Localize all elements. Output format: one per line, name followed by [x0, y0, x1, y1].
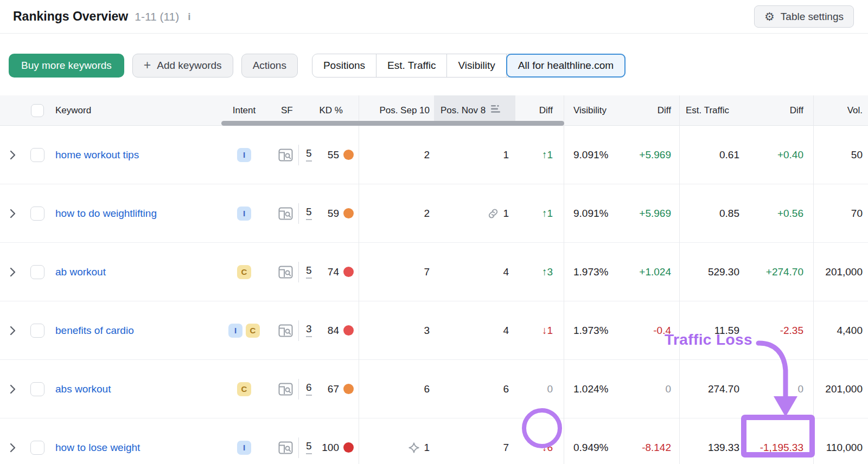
col-header-diff-traffic[interactable]: Diff [746, 95, 813, 125]
serp-features-icon[interactable] [278, 383, 293, 396]
est-traffic-value: 529.30 [708, 266, 739, 278]
sf-count[interactable]: 5 [306, 265, 312, 279]
serp-features-icon[interactable] [278, 324, 293, 337]
expand-chevron-icon[interactable] [10, 267, 16, 277]
keyword-link[interactable]: ab workout [55, 266, 106, 278]
row-checkbox[interactable] [30, 207, 44, 221]
kd-dot [343, 267, 354, 277]
pos-prev-cell: 2 [359, 184, 434, 242]
header-expander-spacer [0, 95, 25, 125]
checkbox-cell [25, 360, 50, 418]
sf-count[interactable]: 5 [306, 207, 312, 220]
row-checkbox[interactable] [30, 382, 44, 396]
row-checkbox[interactable] [30, 441, 44, 455]
table-row: home workout tips I 5 55 [0, 126, 868, 184]
toolbar: Buy more keywords + Add keywords Actions… [9, 54, 855, 78]
kd-dot [343, 150, 354, 160]
visibility-diff-value: +5.969 [639, 149, 671, 161]
select-all-checkbox-cell [25, 95, 50, 125]
intent-badge-commercial: C [246, 324, 260, 338]
pos-prev-cell: 6 [359, 360, 434, 418]
select-all-checkbox[interactable] [31, 104, 44, 117]
keyword-link[interactable]: abs workout [55, 383, 111, 395]
keyword-link[interactable]: benefits of cardio [55, 325, 134, 337]
intent-badge-commercial: C [237, 265, 251, 279]
keyword-link[interactable]: how to lose weight [55, 442, 140, 454]
pos-new-cell: 7 [434, 418, 515, 464]
horizontal-scrollbar[interactable] [221, 121, 564, 126]
expand-chevron-icon[interactable] [10, 384, 16, 394]
serp-features-icon[interactable] [278, 207, 293, 220]
serp-features-icon[interactable] [278, 149, 293, 162]
est-traffic-cell: 529.30 [679, 243, 746, 301]
tab-visibility[interactable]: Visibility [447, 54, 506, 77]
volume-value: 201,000 [825, 383, 863, 395]
link-icon [487, 208, 499, 220]
visibility-cell: 1.024% [564, 360, 624, 418]
col-header-pos-new-label: Pos. Nov 8 [441, 105, 486, 116]
table-settings-button[interactable]: ⚙ Table settings [754, 5, 854, 28]
tab-est-traffic[interactable]: Est. Traffic [376, 54, 447, 77]
checkbox-cell [25, 301, 50, 359]
visibility-value: 0.949% [573, 442, 608, 454]
info-icon[interactable]: i [188, 11, 190, 23]
sf-count[interactable]: 5 [306, 441, 312, 454]
expand-chevron-icon[interactable] [10, 443, 16, 453]
est-traffic-diff-value: +0.40 [777, 149, 803, 161]
pos-new-cell: 4 [434, 243, 515, 301]
expander-cell [0, 126, 25, 184]
pos-prev-value: 6 [424, 383, 430, 395]
add-keywords-button[interactable]: + Add keywords [132, 54, 233, 78]
expand-chevron-icon[interactable] [10, 326, 16, 336]
serp-features-cell: 5 [266, 243, 317, 301]
sf-count[interactable]: 6 [306, 382, 312, 396]
col-header-diff-visibility[interactable]: Diff [624, 95, 679, 125]
buy-more-keywords-button[interactable]: Buy more keywords [9, 54, 124, 78]
page-header: Rankings Overview 1-11 (11) i ⚙ Table se… [0, 0, 868, 34]
gear-icon: ⚙ [764, 11, 775, 22]
row-checkbox[interactable] [30, 265, 44, 279]
serp-features-icon[interactable] [278, 441, 293, 454]
tab-all-for-domain[interactable]: All for healthline.com [506, 54, 626, 78]
row-checkbox[interactable] [30, 324, 44, 338]
pos-new-cell: 4 [434, 301, 515, 359]
pos-diff-cell: ↓1 [515, 301, 564, 359]
visibility-diff-cell: -0.4 [624, 301, 679, 359]
checkbox-cell [25, 184, 50, 242]
kd-value: 55 [328, 149, 339, 161]
est-traffic-diff-value: -2.35 [780, 325, 803, 337]
divider [298, 437, 299, 458]
tab-positions[interactable]: Positions [312, 54, 376, 77]
intent-badge-informational: I [237, 441, 251, 455]
sf-count[interactable]: 3 [306, 324, 312, 337]
visibility-diff-value: +1.024 [639, 266, 671, 278]
serp-features-icon[interactable] [278, 266, 293, 279]
pos-prev-value: 2 [424, 149, 430, 161]
serp-features-cell: 5 [266, 418, 317, 464]
pos-new-value: 1 [503, 149, 509, 161]
row-checkbox[interactable] [30, 148, 44, 162]
divider [298, 203, 299, 224]
keyword-link[interactable]: home workout tips [55, 149, 139, 161]
expand-chevron-icon[interactable] [10, 209, 16, 218]
kd-value: 59 [328, 208, 339, 220]
col-header-keyword[interactable]: Keyword [50, 95, 222, 125]
expand-chevron-icon[interactable] [10, 150, 16, 160]
col-header-volume[interactable]: Vol. [813, 95, 868, 125]
keyword-cell: ab workout [50, 243, 222, 301]
keyword-cell: how to lose weight [50, 418, 222, 464]
table-row: ab workout C 5 74 [0, 243, 868, 301]
col-header-est-traffic[interactable]: Est. Traffic [679, 95, 746, 125]
volume-value: 110,000 [826, 442, 863, 454]
table-settings-label: Table settings [781, 11, 844, 23]
actions-button[interactable]: Actions [241, 54, 298, 78]
serp-features-cell: 5 [266, 126, 317, 184]
col-header-visibility[interactable]: Visibility [564, 95, 624, 125]
volume-cell: 201,000 [813, 243, 868, 301]
volume-value: 201,000 [825, 266, 863, 278]
pos-diff-value: ↓1 [542, 325, 553, 337]
visibility-diff-cell: -8.142 [624, 418, 679, 464]
serp-features-cell: 5 [266, 184, 317, 242]
keyword-link[interactable]: how to do weightlifting [55, 208, 157, 220]
sf-count[interactable]: 5 [306, 148, 312, 162]
